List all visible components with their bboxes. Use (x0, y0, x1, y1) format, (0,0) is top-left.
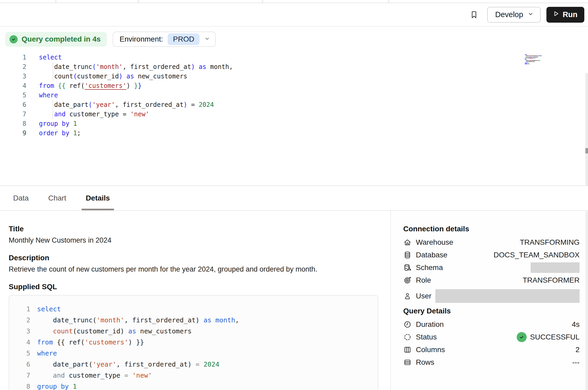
code-text: group by 1 (39, 119, 77, 128)
chevron-down-icon (527, 10, 534, 19)
editor-line-1[interactable]: 1select (0, 53, 588, 62)
status-icon (403, 333, 412, 341)
redacted-value (531, 262, 580, 273)
editor-line-5[interactable]: 5where (0, 91, 588, 100)
page-scrollbar[interactable] (585, 211, 588, 390)
editor-line-2[interactable]: 2 date_trunc('month', first_ordered_at) … (0, 62, 588, 72)
supplied-line-5: 5where (20, 348, 378, 359)
line-number: 8 (20, 381, 30, 390)
editor-code[interactable]: 1select2 date_trunc('month', first_order… (0, 51, 588, 138)
indent-guide (53, 100, 53, 119)
editor-line-9[interactable]: 9order by 1; (0, 128, 588, 138)
tab-chart[interactable]: Chart (46, 186, 68, 210)
run-button[interactable]: Run (546, 7, 584, 23)
code-text: from {{ ref('customers') }} (39, 81, 142, 91)
play-icon (552, 10, 560, 19)
query-row-columns: Columns2 (403, 343, 580, 356)
row-value: TRANSFORMING (520, 238, 580, 247)
query-details-heading: Query Details (403, 307, 580, 316)
line-number: 5 (20, 348, 30, 359)
row-label-text: Database (416, 251, 447, 259)
supplied-line-7: 7 and customer_type = 'new' (20, 370, 378, 381)
description-value: Retrieve the count of new customers per … (9, 265, 378, 273)
ref-customers-link[interactable]: 'customers' (84, 82, 126, 89)
line-number: 7 (0, 109, 26, 119)
code-text: count(customer_id) as new_customers (39, 72, 187, 81)
tab-divider (262, 0, 263, 3)
query-status-text: Query completed in 4s (22, 35, 101, 43)
run-label: Run (563, 10, 577, 19)
line-number: 6 (0, 100, 26, 109)
sql-editor[interactable]: 1select2 date_trunc('month', first_order… (0, 51, 588, 186)
results-tabs: DataChartDetails (0, 186, 588, 211)
row-label-text: Schema (416, 263, 443, 272)
editor-line-3[interactable]: 3 count(customer_id) as new_customers (0, 72, 588, 81)
supplied-line-3: 3 count(customer_id) as new_customers (20, 326, 378, 337)
code-text: group by 1 (37, 381, 77, 390)
line-number: 3 (20, 326, 30, 337)
supplied-sql-block: 1select2 date_trunc('month', first_order… (9, 295, 378, 390)
line-number: 4 (20, 337, 30, 348)
line-number: 3 (0, 72, 26, 81)
rows-icon (403, 358, 412, 367)
editor-minimap[interactable] (524, 54, 553, 66)
supplied-line-6: 6 date_part('year', first_ordered_at) = … (20, 359, 378, 370)
query-row-duration: Duration4s (403, 318, 580, 331)
code-text: select (39, 53, 62, 62)
database-icon (403, 251, 412, 259)
details-panel: Title Monthly New Customers in 2024 Desc… (0, 211, 588, 390)
code-text: count(customer_id) as new_customers (37, 326, 192, 337)
connection-details-heading: Connection details (403, 224, 580, 233)
header: Develop Run (0, 3, 588, 27)
role-icon (403, 276, 412, 284)
environment-label: Environment: (119, 35, 163, 43)
line-number: 1 (20, 304, 30, 315)
title-value: Monthly New Customers in 2024 (9, 236, 378, 244)
editor-line-4[interactable]: 4from {{ ref('customers') }} (0, 81, 588, 91)
tab-divider (56, 0, 56, 3)
row-label-text: Role (416, 276, 431, 284)
line-number: 8 (0, 119, 26, 128)
editor-line-7[interactable]: 7 and customer_type = 'new' (0, 109, 588, 119)
row-value: 2 (575, 346, 580, 354)
chevron-down-icon (204, 35, 210, 43)
bookmark-icon[interactable] (468, 9, 480, 21)
row-value: TRANSFORMER (523, 276, 580, 284)
code-text: from {{ ref('customers') }} (37, 337, 144, 348)
check-circle-icon (9, 35, 18, 43)
editor-scrollbar[interactable] (585, 73, 588, 186)
environment-selector[interactable]: Environment: PROD (113, 32, 216, 47)
scrollbar-thumb[interactable] (585, 148, 588, 153)
code-text: where (39, 91, 58, 100)
code-text: date_trunc('month', first_ordered_at) as… (39, 62, 233, 72)
row-label-text: Status (416, 333, 437, 341)
tab-divider (138, 0, 138, 3)
query-row-rows: Rows--- (403, 356, 580, 369)
redacted-value (435, 289, 580, 303)
description-label: Description (9, 253, 378, 262)
code-text: and customer_type = 'new' (37, 370, 152, 381)
details-right-pane: Connection details WarehouseTRANSFORMING… (390, 211, 588, 390)
connection-row-database: DatabaseDOCS_TEAM_SANDBOX (403, 249, 580, 261)
query-details-rows: Duration4sStatusSUCCESSFULColumns2Rows--… (403, 318, 580, 369)
code-text: date_trunc('month', first_ordered_at) as… (37, 315, 239, 326)
tab-data[interactable]: Data (11, 186, 31, 210)
code-text: and customer_type = 'new' (39, 109, 149, 119)
columns-icon (403, 346, 412, 354)
browser-tab-strip (0, 0, 588, 3)
indent-guide (53, 62, 53, 81)
tab-details[interactable]: Details (84, 186, 112, 210)
warehouse-icon (403, 238, 412, 247)
row-label-text: User (416, 292, 431, 300)
row-label-text: Columns (416, 346, 445, 354)
row-value: --- (572, 358, 580, 367)
schema-icon (403, 263, 412, 272)
row-label-text: Warehouse (416, 238, 453, 247)
develop-button[interactable]: Develop (487, 7, 540, 23)
editor-line-6[interactable]: 6 date_part('year', first_ordered_at) = … (0, 100, 588, 109)
row-label-text: Rows (416, 358, 434, 367)
user-icon (403, 292, 412, 300)
tab-divider (388, 0, 389, 3)
develop-label: Develop (495, 10, 523, 19)
editor-line-8[interactable]: 8group by 1 (0, 119, 588, 128)
